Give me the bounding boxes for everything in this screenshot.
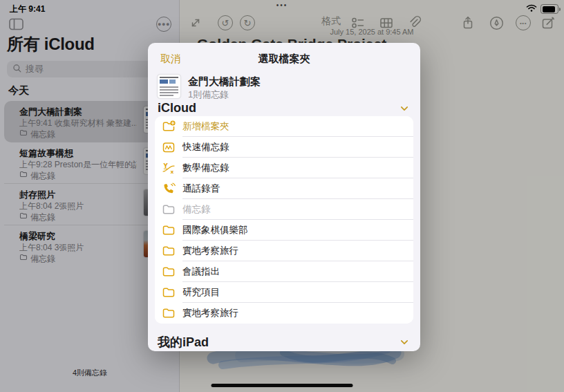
folder-row[interactable]: 通話錄音 <box>155 178 413 199</box>
folder-icon <box>162 265 176 279</box>
folder-icon <box>162 244 176 258</box>
folder-icon <box>162 286 176 299</box>
folder-row[interactable]: Yx 數學備忘錄 <box>155 158 413 178</box>
section-my-ipad[interactable]: 我的iPad <box>158 334 209 351</box>
modal-title: 選取檔案夾 <box>148 53 420 66</box>
folder-label: 快速備忘錄 <box>182 141 229 153</box>
folder-label: 備忘錄 <box>182 203 211 216</box>
chevron-down-icon[interactable] <box>400 337 409 347</box>
notes-app-screen: 上午 9:41 ●●● 所有 iCloud 搜尋 今天 金門大橋計劃案 上午9:… <box>0 0 564 392</box>
moving-note-count: 1則備忘錄 <box>188 88 229 101</box>
moving-note-title: 金門大橋計劃案 <box>188 75 261 88</box>
home-indicator[interactable] <box>212 384 353 387</box>
folder-label: 通話錄音 <box>182 183 220 195</box>
new-folder-icon <box>162 120 176 133</box>
quick-note-icon <box>162 140 176 154</box>
folder-label: 研究項目 <box>182 286 220 299</box>
folder-label: 實地考察旅行 <box>182 245 238 257</box>
section-icloud[interactable]: iCloud <box>158 101 196 115</box>
folder-row[interactable]: 備忘錄 <box>155 199 413 220</box>
folder-row[interactable]: 實地考察旅行 <box>155 303 413 324</box>
chevron-down-icon[interactable] <box>400 104 409 113</box>
svg-text:x: x <box>171 169 174 175</box>
svg-text:Y: Y <box>163 162 169 169</box>
folder-row[interactable]: 國際象棋俱樂部 <box>155 220 413 241</box>
folder-row[interactable]: 研究項目 <box>155 282 413 303</box>
note-thumbnail <box>158 75 180 98</box>
folder-icon <box>162 306 176 320</box>
folder-row[interactable]: 實地考察旅行 <box>155 241 413 261</box>
folder-icon <box>162 203 176 216</box>
folder-list: 新增檔案夾 快速備忘錄 Yx 數學備忘錄 通話錄音 備忘錄 國際象棋俱樂部 實地… <box>155 116 413 324</box>
folder-row[interactable]: 新增檔案夾 <box>155 116 413 137</box>
folder-label: 國際象棋俱樂部 <box>182 224 248 236</box>
folder-row[interactable]: 快速備忘錄 <box>155 137 413 158</box>
folder-label: 會議指出 <box>182 265 220 278</box>
folder-icon <box>162 223 176 237</box>
folder-label: 數學備忘錄 <box>182 162 229 174</box>
folder-label: 新增檔案夾 <box>182 120 229 133</box>
folder-label: 實地考察旅行 <box>182 307 238 319</box>
math-icon: Yx <box>162 161 176 175</box>
select-folder-modal: 取消 選取檔案夾 金門大橋計劃案 1則備忘錄 iCloud 新增檔案夾 快速備忘… <box>148 43 420 351</box>
folder-row[interactable]: 會議指出 <box>155 261 413 282</box>
call-icon <box>162 182 176 196</box>
